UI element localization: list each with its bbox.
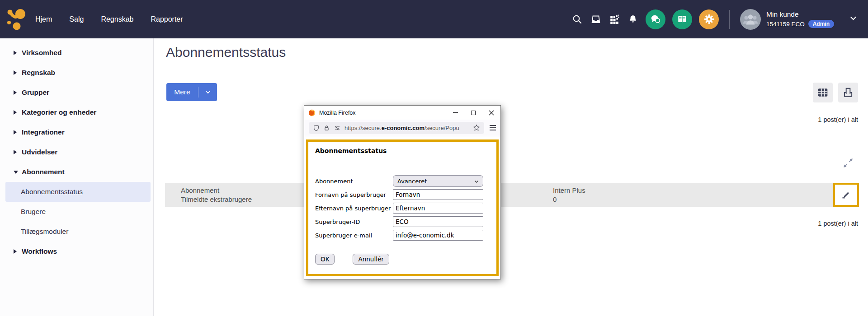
- popup-window-title: Mozilla Firefox: [319, 110, 356, 116]
- selected-option: Avanceret: [397, 178, 427, 185]
- permissions-toggle-icon[interactable]: [334, 125, 341, 131]
- field-label-superbruger-id: Superbruger-ID: [315, 218, 393, 225]
- notifications-bell-icon[interactable]: [627, 14, 639, 25]
- user-menu[interactable]: Min kunde 1541159 ECO Admin: [740, 9, 857, 30]
- sidebar-item-brugere[interactable]: Brugere: [0, 202, 153, 222]
- menu-hamburger-icon[interactable]: [490, 125, 496, 130]
- sidebar-navigation: Virksomhed Regnskab Grupper Kategorier o…: [0, 38, 154, 316]
- sidebar-item-udvidelser[interactable]: Udvidelser: [0, 142, 153, 162]
- table-view-button[interactable]: [813, 83, 833, 102]
- user-info: Min kunde 1541159 ECO Admin: [766, 10, 834, 28]
- settings-gear-icon[interactable]: [699, 9, 719, 29]
- form-row: Fornavn på superbruger: [315, 188, 496, 201]
- field-label-fornavn: Fornavn på superbruger: [315, 191, 393, 198]
- url-domain: e-conomic.com: [382, 125, 425, 131]
- collapsed-triangle-icon: [14, 150, 17, 154]
- user-name: Min kunde: [766, 10, 834, 19]
- collapsed-triangle-icon: [14, 90, 17, 95]
- nav-divider: [729, 10, 730, 29]
- last-name-input[interactable]: [393, 203, 483, 214]
- cancel-button[interactable]: Annullér: [353, 254, 389, 265]
- edit-row-button[interactable]: [833, 183, 859, 207]
- admin-badge: Admin: [808, 20, 834, 28]
- superuser-email-input[interactable]: [393, 230, 483, 241]
- collapsed-triangle-icon: [14, 249, 17, 254]
- collapsed-triangle-icon: [14, 51, 17, 55]
- ok-button[interactable]: OK: [315, 254, 335, 265]
- menu-item-hjem[interactable]: Hjem: [35, 15, 52, 23]
- collapsed-triangle-icon: [14, 110, 17, 115]
- close-button[interactable]: [482, 106, 500, 120]
- e-conomic-logo[interactable]: [0, 0, 33, 38]
- record-count-bottom: 1 post(er) i alt: [818, 220, 858, 227]
- firefox-icon: [308, 109, 316, 116]
- sidebar-item-workflows[interactable]: Workflows: [0, 242, 153, 261]
- select-caret-icon: [474, 178, 479, 185]
- menu-item-regnskab[interactable]: Regnskab: [101, 15, 133, 23]
- pencil-edit-icon: [841, 190, 852, 200]
- menu-item-rapporter[interactable]: Rapporter: [151, 15, 183, 23]
- row-name-line2: Tilmeldte ekstrabrugere: [181, 195, 252, 204]
- minimize-button[interactable]: [446, 106, 464, 120]
- subscription-form: Abonnementsstatus Abonnement Avanceret: [306, 139, 499, 276]
- form-row: Efternavn på superbruger: [315, 201, 496, 215]
- row-value-line2: 0: [553, 195, 585, 204]
- sidebar-item-abonnementsstatus[interactable]: Abonnementsstatus: [5, 182, 151, 202]
- user-account-id: 1541159 ECO: [766, 21, 805, 28]
- address-bar[interactable]: https://secure.e-conomic.com/secure/Popu: [309, 122, 484, 134]
- form-row: Abonnement Avanceret: [315, 174, 496, 188]
- sidebar-item-tillaegsmoduler[interactable]: Tillægsmoduler: [0, 222, 153, 242]
- print-icon: [842, 87, 854, 98]
- menu-item-salg[interactable]: Salg: [69, 15, 84, 23]
- table-row[interactable]: Abonnement Tilmeldte ekstrabrugere Inter…: [165, 183, 859, 207]
- logo-icon: [6, 8, 27, 31]
- expanded-triangle-icon: [14, 171, 18, 174]
- sidebar-item-integrationer[interactable]: Integrationer: [0, 122, 153, 142]
- nav-right-section: Min kunde 1541159 ECO Admin: [571, 9, 868, 30]
- url-prefix: https://secure.: [344, 125, 382, 131]
- knowledge-book-icon[interactable]: [672, 9, 692, 29]
- more-split-button: Mere: [166, 83, 217, 101]
- shield-icon: [313, 125, 320, 131]
- print-button[interactable]: [838, 83, 858, 102]
- avatar: [740, 9, 761, 30]
- page-title: Abonnementsstatus: [166, 45, 286, 60]
- collapsed-triangle-icon: [14, 130, 17, 135]
- more-dropdown-button[interactable]: [198, 83, 217, 101]
- subscription-select[interactable]: Avanceret: [393, 175, 483, 187]
- form-heading: Abonnementsstatus: [315, 147, 496, 154]
- form-row: Superbruger e-mail: [315, 228, 496, 242]
- expand-table-icon[interactable]: [842, 157, 854, 171]
- inbox-icon[interactable]: [590, 14, 602, 25]
- sidebar-item-abonnement[interactable]: Abonnement: [0, 162, 153, 182]
- search-icon[interactable]: [571, 14, 583, 25]
- chat-support-icon[interactable]: [646, 9, 665, 29]
- first-name-input[interactable]: [393, 189, 483, 200]
- main-content: Abonnementsstatus Mere 1 post(er) i alt: [154, 38, 868, 316]
- popup-titlebar[interactable]: Mozilla Firefox: [304, 106, 500, 120]
- popup-url-bar: https://secure.e-conomic.com/secure/Popu: [304, 120, 500, 136]
- sidebar-item-kategorier-og-enheder[interactable]: Kategorier og enheder: [0, 102, 153, 122]
- bookmark-star-icon[interactable]: [473, 124, 480, 131]
- app-grid-icon[interactable]: [609, 14, 620, 25]
- row-name-line1: Abonnement: [181, 186, 252, 195]
- table-icon: [817, 87, 829, 98]
- firefox-popup-window: Mozilla Firefox: [304, 105, 501, 279]
- field-label-abonnement: Abonnement: [315, 178, 393, 185]
- sidebar-item-regnskab[interactable]: Regnskab: [0, 63, 153, 83]
- superuser-id-input[interactable]: [393, 216, 483, 227]
- lock-icon: [323, 125, 330, 131]
- row-value-line1: Intern Plus: [553, 186, 585, 195]
- sidebar-item-grupper[interactable]: Grupper: [0, 83, 153, 102]
- more-button[interactable]: Mere: [166, 83, 198, 101]
- collapsed-triangle-icon: [14, 70, 17, 75]
- field-label-superbruger-email: Superbruger e-mail: [315, 232, 393, 239]
- top-navigation: Hjem Salg Regnskab Rapporter: [0, 0, 868, 38]
- form-row: Superbruger-ID: [315, 215, 496, 228]
- maximize-button[interactable]: [464, 106, 482, 120]
- popup-body: Abonnementsstatus Abonnement Avanceret: [304, 136, 500, 279]
- chevron-down-icon[interactable]: [849, 14, 857, 24]
- sidebar-item-virksomhed[interactable]: Virksomhed: [0, 43, 153, 63]
- url-suffix: /secure/Popu: [425, 125, 459, 131]
- url-text: https://secure.e-conomic.com/secure/Popu: [344, 125, 469, 131]
